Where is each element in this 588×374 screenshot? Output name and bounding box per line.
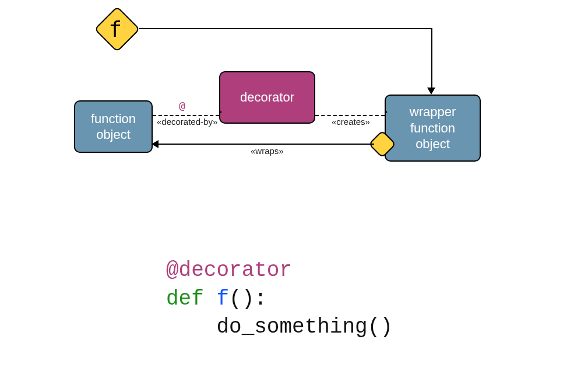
edge-wraps-label: «wraps» bbox=[251, 146, 284, 156]
edge-creates-label: «creates» bbox=[332, 117, 370, 127]
code-fn-name: f bbox=[216, 287, 229, 311]
code-body: do_something() bbox=[216, 315, 392, 339]
arrowhead-wraps bbox=[152, 140, 159, 148]
node-decorator: decorator bbox=[219, 71, 315, 124]
code-line-3: do_something() bbox=[166, 313, 393, 342]
node-wrapper-function-object-label: wrapper function object bbox=[410, 104, 456, 152]
node-decorator-label: decorator bbox=[240, 89, 294, 106]
edge-decorated-by-label: «decorated-by» bbox=[157, 117, 217, 127]
code-indent bbox=[166, 315, 216, 339]
edge-creates bbox=[315, 115, 385, 116]
edge-f-to-wrapper-h bbox=[139, 28, 431, 29]
edge-f-to-wrapper-v bbox=[431, 28, 432, 89]
edge-decorated-by-at: @ bbox=[179, 99, 185, 111]
node-wrapper-function-object: wrapper function object bbox=[385, 95, 481, 162]
diamond-f-label: f bbox=[108, 16, 122, 42]
diamond-f-symbol: f bbox=[94, 6, 140, 52]
code-block: @decorator def f(): do_something() bbox=[166, 257, 393, 342]
code-def: def bbox=[166, 287, 204, 311]
code-decorator-name: decorator bbox=[179, 258, 292, 282]
code-line-1: @decorator bbox=[166, 257, 393, 285]
edge-wraps bbox=[159, 144, 374, 145]
edge-decorated-by bbox=[153, 115, 219, 116]
node-function-object: function object bbox=[74, 100, 153, 153]
arrowhead-f-to-wrapper bbox=[427, 88, 435, 95]
code-paren-colon: (): bbox=[229, 287, 267, 311]
code-line-2: def f(): bbox=[166, 285, 393, 314]
node-function-object-label: function object bbox=[91, 111, 136, 143]
diagram-stage: { "boxes": { "function_object": "functio… bbox=[0, 0, 588, 374]
code-at: @ bbox=[166, 258, 179, 282]
